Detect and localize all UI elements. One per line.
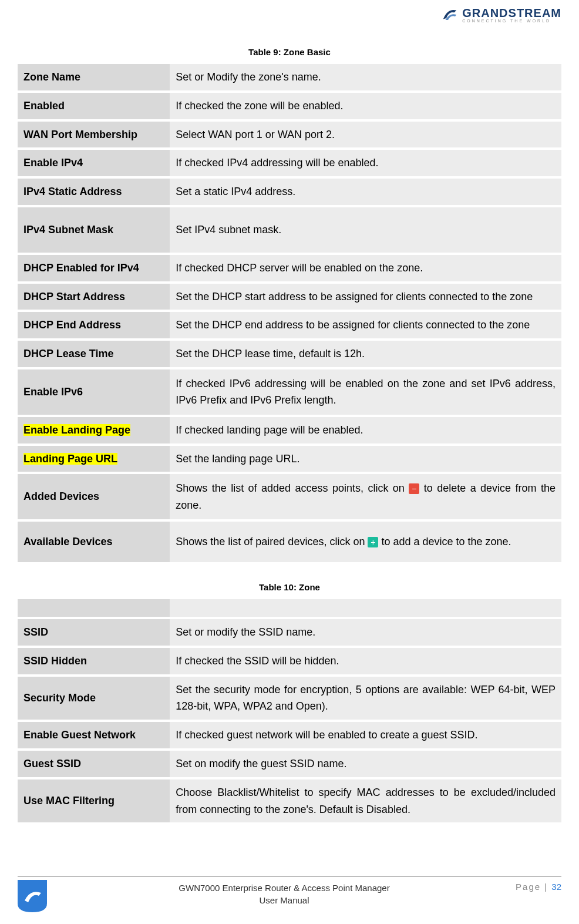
table-row-label: Guest SSID	[18, 751, 170, 777]
table-row-desc: Set or Modify the zone's name.	[170, 64, 561, 90]
footer-badge-icon	[18, 880, 47, 912]
table-row-desc: If checked IPv4 addressing will be enabl…	[170, 150, 561, 176]
logo-tagline: CONNECTING THE WORLD	[462, 19, 561, 23]
logo-brand-text: GRANDSTREAM	[462, 7, 561, 19]
table-row-label: IPv4 Subnet Mask	[18, 207, 170, 253]
table-row-desc: If checked guest network will be enabled…	[170, 722, 561, 748]
table-row-desc: Set or modify the SSID name.	[170, 619, 561, 646]
grandstream-icon	[441, 6, 459, 23]
table-row-desc: Set the DHCP start address to be assigne…	[170, 284, 561, 310]
table-row-desc: Set a static IPv4 address.	[170, 179, 561, 205]
table-row-desc: If checked the SSID will be hidden.	[170, 648, 561, 674]
table-row-label: Zone Name	[18, 64, 170, 90]
table-row-label: Enable IPv4	[18, 150, 170, 176]
table-row-desc: If checked the zone will be enabled.	[170, 93, 561, 119]
table-row-desc: Set the DHCP lease time, default is 12h.	[170, 341, 561, 367]
table-row-label: WAN Port Membership	[18, 122, 170, 148]
table-row-desc: If checked DHCP server will be enabled o…	[170, 255, 561, 281]
table-row-label: SSID	[18, 619, 170, 646]
footer-title: GWN7000 Enterprise Router & Access Point…	[53, 882, 516, 894]
table-row-desc: Choose Blacklist/Whitelist to specify MA…	[170, 779, 561, 823]
table-row-label: Use MAC Filtering	[18, 779, 170, 823]
page-label: Page |	[516, 882, 548, 892]
brand-logo: GRANDSTREAM CONNECTING THE WORLD	[441, 6, 561, 23]
page-footer: GWN7000 Enterprise Router & Access Point…	[18, 876, 561, 906]
footer-subtitle: User Manual	[53, 894, 516, 906]
empty-cell	[170, 599, 561, 617]
table-row-label: SSID Hidden	[18, 648, 170, 674]
table-zone: SSIDSet or modify the SSID name.SSID Hid…	[18, 597, 561, 825]
delete-icon: −	[409, 483, 419, 494]
table-row-label: Enable IPv6	[18, 369, 170, 415]
table-row-desc: Select WAN port 1 or WAN port 2.	[170, 122, 561, 148]
table10-caption: Table 10: Zone	[18, 582, 561, 592]
table-row-desc: Shows the list of paired devices, click …	[170, 522, 561, 562]
table-row-label: DHCP Start Address	[18, 284, 170, 310]
table-zone-basic: Zone NameSet or Modify the zone's name.E…	[18, 62, 561, 565]
table-row-label: Available Devices	[18, 522, 170, 562]
table-row-desc: Set IPv4 subnet mask.	[170, 207, 561, 253]
table-row-desc: Set the landing page URL.	[170, 446, 561, 472]
add-icon: +	[368, 537, 378, 547]
table-row-label: DHCP Enabled for IPv4	[18, 255, 170, 281]
table-row-label: Added Devices	[18, 474, 170, 519]
table-row-label: Landing Page URL	[18, 446, 170, 472]
empty-cell	[18, 599, 170, 617]
table-row-desc: Set on modify the guest SSID name.	[170, 751, 561, 777]
table-row-label: IPv4 Static Address	[18, 179, 170, 205]
table9-caption: Table 9: Zone Basic	[18, 47, 561, 57]
table-row-label: DHCP Lease Time	[18, 341, 170, 367]
table-row-label: DHCP End Address	[18, 312, 170, 338]
table-row-desc: If checked IPv6 addressing will be enabl…	[170, 369, 561, 415]
table-row-label: Security Mode	[18, 677, 170, 720]
table-row-desc: Set the DHCP end address to be assigned …	[170, 312, 561, 338]
table-row-label: Enabled	[18, 93, 170, 119]
table-row-label: Enable Landing Page	[18, 417, 170, 443]
table-row-desc: Set the security mode for encryption, 5 …	[170, 677, 561, 720]
page-number: 32	[551, 882, 561, 892]
table-row-desc: Shows the list of added access points, c…	[170, 474, 561, 519]
table-row-desc: If checked landing page will be enabled.	[170, 417, 561, 443]
table-row-label: Enable Guest Network	[18, 722, 170, 748]
